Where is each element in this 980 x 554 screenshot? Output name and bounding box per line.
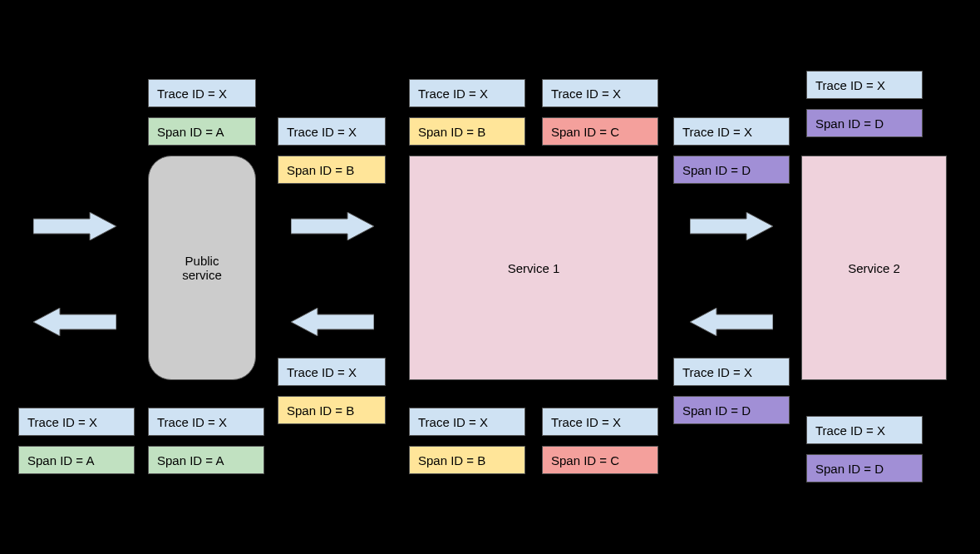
svg-marker-5 [690,308,773,336]
svg-marker-3 [291,308,374,336]
svg-marker-1 [33,308,116,336]
arrow-right-icon [291,212,374,240]
trace-id-box: Trace ID = X [278,117,386,146]
trace-id-box: Trace ID = X [278,358,386,386]
svg-marker-4 [690,212,773,240]
trace-id-box: Trace ID = X [18,408,135,436]
arrow-left-icon [291,308,374,336]
trace-id-box: Trace ID = X [148,79,256,107]
trace-id-box: Trace ID = X [673,117,790,146]
trace-id-box: Trace ID = X [409,79,525,107]
span-id-b-box: Span ID = B [278,156,386,184]
service-1-label: Service 1 [508,261,560,275]
svg-marker-2 [291,212,374,240]
svg-marker-0 [33,212,116,240]
trace-id-box: Trace ID = X [806,71,923,99]
span-id-a-box: Span ID = A [18,446,135,474]
arrow-right-icon [690,212,773,240]
trace-id-box: Trace ID = X [542,79,658,107]
trace-id-box: Trace ID = X [148,408,264,436]
trace-id-box: Trace ID = X [409,408,525,436]
arrow-left-icon [33,308,116,336]
span-id-a-box: Span ID = A [148,117,256,146]
span-id-d-box: Span ID = D [806,454,923,482]
service-2-node: Service 2 [801,156,947,380]
span-id-b-box: Span ID = B [278,396,386,424]
public-service-node: Public service [148,156,256,380]
span-id-d-box: Span ID = D [673,156,790,184]
span-id-d-box: Span ID = D [806,109,923,137]
service-2-label: Service 2 [848,261,900,275]
trace-id-box: Trace ID = X [806,416,923,444]
span-id-b-box: Span ID = B [409,117,525,146]
span-id-c-box: Span ID = C [542,446,658,474]
span-id-a-box: Span ID = A [148,446,264,474]
arrow-left-icon [690,308,773,336]
span-id-c-box: Span ID = C [542,117,658,146]
span-id-d-box: Span ID = D [673,396,790,424]
service-1-node: Service 1 [409,156,658,380]
trace-id-box: Trace ID = X [673,358,790,386]
trace-id-box: Trace ID = X [542,408,658,436]
arrow-right-icon [33,212,116,240]
span-id-b-box: Span ID = B [409,446,525,474]
public-service-label: Public service [182,254,222,282]
